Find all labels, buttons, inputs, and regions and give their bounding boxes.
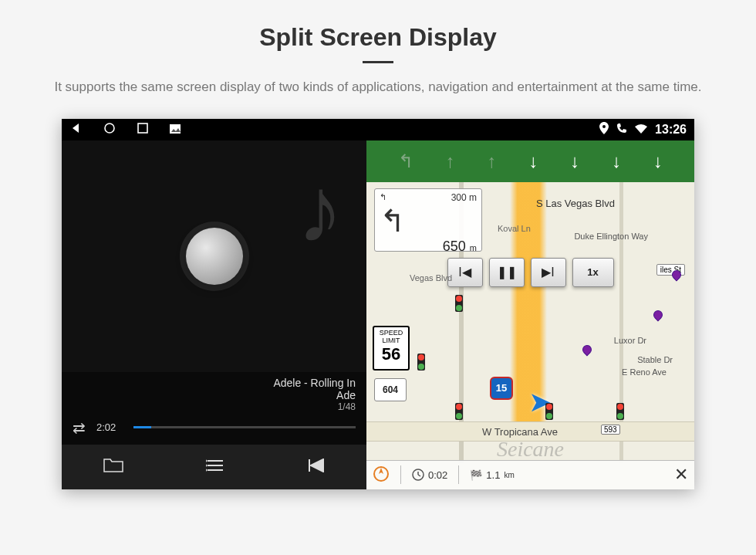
track-title: Adele - Rolling In bbox=[73, 377, 356, 389]
lane-arrow-icon: ↓ bbox=[528, 151, 538, 172]
street-label: W Tropicana Ave bbox=[482, 426, 558, 438]
watermark: Seicane bbox=[497, 437, 564, 462]
traffic-light-icon bbox=[545, 403, 553, 420]
sim-speed-button[interactable]: 1x bbox=[572, 258, 614, 287]
poi-pin-icon[interactable] bbox=[652, 308, 665, 321]
distance-unit: km bbox=[504, 471, 514, 479]
turn-arrow-icon: ↰ bbox=[380, 203, 406, 239]
svg-point-6 bbox=[206, 459, 208, 462]
poi-pin-icon[interactable] bbox=[581, 343, 594, 356]
next-turn-unit: m bbox=[469, 192, 477, 203]
flag-icon: 🏁 bbox=[470, 469, 482, 481]
playlist-icon[interactable] bbox=[206, 457, 224, 477]
street-label: S Las Vegas Blvd bbox=[536, 198, 615, 209]
eta-value: 0:02 bbox=[428, 469, 447, 481]
sim-next-button[interactable]: ▶I bbox=[531, 258, 566, 287]
play-button[interactable] bbox=[186, 228, 243, 285]
street-label: Stable Dr bbox=[637, 355, 673, 364]
lane-arrow-icon: ↰ bbox=[398, 151, 413, 172]
music-bottom-bar bbox=[62, 445, 366, 489]
music-panel: ♪ Adele - Rolling In Ade 1/48 ⇄ 2:02 bbox=[62, 140, 366, 489]
device-screen: 13:26 ♪ Adele - Rolling In Ade 1/48 ⇄ 2:… bbox=[62, 119, 694, 489]
street-label: E Reno Ave bbox=[622, 367, 667, 377]
location-icon bbox=[599, 122, 609, 137]
speed-limit-value: 56 bbox=[374, 346, 408, 363]
traffic-light-icon bbox=[417, 354, 425, 371]
traffic-light-icon bbox=[455, 295, 463, 312]
speed-limit-sign: SPEED LIMIT 56 bbox=[373, 326, 410, 371]
lane-guidance: ↰ ↑ ↑ ↓ ↓ ↓ ↓ bbox=[366, 140, 694, 182]
progress-fill bbox=[133, 426, 151, 428]
next-turn-icon: ↰ bbox=[380, 192, 386, 203]
sim-prev-button[interactable]: I◀ bbox=[447, 258, 483, 287]
street-label: Duke Ellington Way bbox=[574, 232, 648, 241]
next-turn-dist: 300 bbox=[451, 192, 467, 203]
speed-limit-label: SPEED LIMIT bbox=[374, 329, 408, 344]
clock: 13:26 bbox=[655, 123, 687, 137]
route-sign: 604 bbox=[374, 378, 407, 401]
statusbar: 13:26 bbox=[62, 119, 694, 140]
previous-icon[interactable] bbox=[308, 457, 325, 477]
album-art: ♪ bbox=[62, 140, 366, 372]
street-label: Vegas Blvd bbox=[410, 273, 452, 283]
elapsed-time: 2:02 bbox=[96, 421, 123, 433]
lane-arrow-icon: ↓ bbox=[653, 151, 663, 172]
recent-icon[interactable] bbox=[137, 123, 148, 136]
folder-icon[interactable] bbox=[103, 457, 123, 477]
eta-time[interactable]: 0:02 bbox=[412, 469, 447, 481]
lane-arrow-icon: ↓ bbox=[612, 151, 621, 172]
track-index: 1/48 bbox=[73, 401, 356, 412]
street-label: Luxor Dr bbox=[614, 336, 646, 345]
traffic-light-icon bbox=[616, 403, 624, 420]
svg-line-12 bbox=[418, 475, 420, 476]
home-icon[interactable] bbox=[103, 122, 116, 137]
lane-arrow-icon: ↑ bbox=[446, 151, 455, 172]
turn-distance-unit: m bbox=[470, 243, 477, 252]
svg-point-7 bbox=[206, 464, 208, 466]
compass-icon[interactable] bbox=[373, 465, 390, 485]
route-tag: 593 bbox=[601, 425, 620, 435]
track-artist: Ade bbox=[73, 389, 356, 401]
turn-instruction[interactable]: ↰ 300 m ↰ 650 m bbox=[374, 188, 482, 252]
distance-value: 1.1 bbox=[486, 469, 500, 481]
shuffle-icon[interactable]: ⇄ bbox=[73, 418, 86, 437]
phone-icon bbox=[616, 123, 627, 136]
back-icon[interactable] bbox=[69, 122, 82, 137]
svg-rect-2 bbox=[170, 124, 181, 134]
close-button[interactable]: ✕ bbox=[674, 465, 688, 485]
image-icon bbox=[170, 124, 181, 136]
sim-playback-controls: I◀ ❚❚ ▶I 1x bbox=[366, 258, 694, 287]
subtitle: It supports the same screen display of t… bbox=[0, 77, 756, 97]
map-bottom-bar: 0:02 🏁 1.1 km ✕ bbox=[366, 460, 694, 489]
music-note-icon: ♪ bbox=[297, 156, 343, 262]
lane-arrow-icon: ↓ bbox=[570, 151, 579, 172]
svg-rect-1 bbox=[138, 124, 147, 133]
turn-distance: 650 bbox=[443, 239, 466, 254]
traffic-light-icon bbox=[455, 403, 463, 420]
track-info: Adele - Rolling In Ade 1/48 bbox=[62, 372, 366, 414]
street-label: Koval Ln bbox=[498, 224, 531, 233]
progress-bar[interactable] bbox=[133, 426, 356, 428]
sim-pause-button[interactable]: ❚❚ bbox=[489, 258, 525, 287]
remaining-distance[interactable]: 🏁 1.1 km bbox=[470, 469, 514, 481]
title-underline bbox=[363, 61, 393, 63]
svg-point-0 bbox=[105, 124, 114, 133]
wifi-icon bbox=[635, 124, 647, 136]
lane-arrow-icon: ↑ bbox=[488, 151, 497, 172]
page-title: Split Screen Display bbox=[0, 0, 756, 52]
svg-point-8 bbox=[206, 469, 208, 471]
map-panel[interactable]: ↰ ↑ ↑ ↓ ↓ ↓ ↓ ↰ 300 m ↰ 650 m I◀ bbox=[366, 140, 694, 489]
interstate-sign: 15 bbox=[490, 377, 513, 400]
